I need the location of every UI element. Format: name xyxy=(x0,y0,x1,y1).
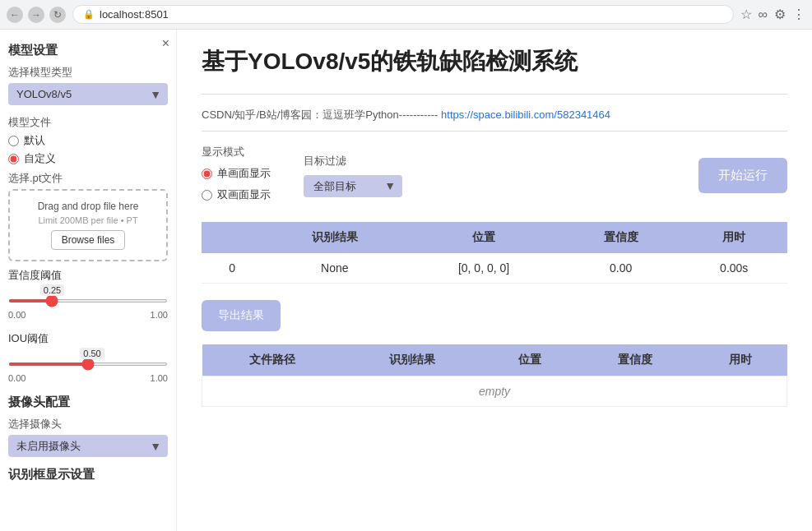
radio-single-label: 单画面显示 xyxy=(217,166,271,181)
radio-dual-input[interactable] xyxy=(202,190,212,201)
iou-slider[interactable] xyxy=(8,362,168,366)
browser-bar: ← → ↻ 🔒 localhost:8501 ☆ ∞ ⚙ ⋮ xyxy=(0,0,812,30)
address-bar[interactable]: 🔒 localhost:8501 xyxy=(72,5,734,24)
source-link-row: CSDN/知乎/B站/博客园：逗逗班学Python----------- htt… xyxy=(202,108,787,122)
display-mode-group: 显示模式 单画面显示 双画面显示 xyxy=(202,145,271,205)
browser-actions: ☆ ∞ ⚙ ⋮ xyxy=(740,7,805,22)
export-button[interactable]: 导出结果 xyxy=(202,300,281,331)
extension-icon[interactable]: ∞ xyxy=(759,7,768,22)
cell-index: 0 xyxy=(202,253,262,284)
camera-select[interactable]: 未启用摄像头 xyxy=(8,435,168,457)
divider-1 xyxy=(202,94,787,95)
confidence-label: 置信度阈值 xyxy=(8,268,168,283)
target-filter-select[interactable]: 全部目标 xyxy=(304,175,402,197)
controls-row: 显示模式 单画面显示 双画面显示 目标过滤 全部目标 ▼ xyxy=(202,145,787,205)
back-button[interactable]: ← xyxy=(7,7,23,23)
iou-label: IOU阈值 xyxy=(8,331,168,346)
detect-section-title: 识别框显示设置 xyxy=(8,467,168,483)
bottom-col-confidence: 置信度 xyxy=(577,344,694,376)
app-container: × 模型设置 选择模型类型 YOLOv8/v5 YOLOv9 YOLOv10 ▼… xyxy=(0,30,812,531)
camera-section-title: 摄像头配置 xyxy=(8,395,168,410)
refresh-button[interactable]: ↻ xyxy=(49,7,66,23)
bottom-col-result: 识别结果 xyxy=(342,344,483,376)
results-table: 识别结果 位置 置信度 用时 0 None [0, 0, 0, 0] 0.00 … xyxy=(202,222,787,284)
model-section-title: 模型设置 xyxy=(8,43,168,58)
model-type-wrapper: YOLOv8/v5 YOLOv9 YOLOv10 ▼ xyxy=(8,83,168,105)
col-header-index xyxy=(202,222,262,253)
main-content: 基于YOLOv8/v5的铁轨缺陷检测系统 CSDN/知乎/B站/博客园：逗逗班学… xyxy=(177,30,812,531)
confidence-slider-section: 置信度阈值 0.25 0.00 1.00 xyxy=(8,268,168,320)
confidence-value: 0.25 xyxy=(40,284,64,296)
browser-controls: ← → ↻ xyxy=(7,7,66,23)
lock-icon: 🔒 xyxy=(83,9,95,20)
radio-default-input[interactable] xyxy=(8,136,19,146)
cell-position: [0, 0, 0, 0] xyxy=(406,253,561,284)
confidence-max: 1.00 xyxy=(151,310,168,320)
forward-button[interactable]: → xyxy=(28,7,44,23)
camera-select-wrapper: 未启用摄像头 ▼ xyxy=(8,435,168,457)
run-button[interactable]: 开始运行 xyxy=(698,158,787,193)
iou-max: 1.00 xyxy=(151,373,168,383)
url-text: localhost:8501 xyxy=(100,8,169,21)
iou-slider-section: IOU阈值 0.50 0.00 1.00 xyxy=(8,331,168,383)
radio-custom-item[interactable]: 自定义 xyxy=(8,151,168,166)
bottom-table: 文件路径 识别结果 位置 置信度 用时 empty xyxy=(202,344,787,407)
radio-custom-input[interactable] xyxy=(8,154,19,164)
star-icon[interactable]: ☆ xyxy=(740,7,752,22)
target-filter-group: 目标过滤 全部目标 ▼ xyxy=(304,154,402,197)
model-type-label: 选择模型类型 xyxy=(8,65,168,80)
results-table-body: 0 None [0, 0, 0, 0] 0.00 0.00s xyxy=(202,253,787,284)
col-header-position: 位置 xyxy=(406,222,561,253)
col-header-time: 用时 xyxy=(680,222,787,253)
source-link[interactable]: https://space.bilibili.com/582341464 xyxy=(441,109,610,121)
radio-default-label: 默认 xyxy=(24,133,45,148)
drag-text: Drag and drop file here xyxy=(16,201,160,212)
bottom-col-position: 位置 xyxy=(483,344,577,376)
iou-value: 0.50 xyxy=(80,348,104,359)
iou-min: 0.00 xyxy=(8,373,26,383)
col-header-result: 识别结果 xyxy=(262,222,406,253)
model-file-label: 模型文件 xyxy=(8,115,168,130)
radio-dual-label: 双画面显示 xyxy=(217,187,271,202)
bottom-empty-row: empty xyxy=(202,376,787,407)
confidence-slider[interactable] xyxy=(8,299,168,302)
cell-time: 0.00s xyxy=(680,253,787,284)
settings-icon[interactable]: ⚙ xyxy=(774,7,786,22)
limit-text: Limit 200MB per file • PT xyxy=(16,215,160,225)
file-selector-label: 选择.pt文件 xyxy=(8,171,168,186)
iou-slider-container: 0.50 xyxy=(8,349,168,372)
bottom-col-filepath: 文件路径 xyxy=(202,344,343,376)
bottom-table-body: empty xyxy=(202,376,787,407)
model-file-radio-group: 默认 自定义 xyxy=(8,133,168,166)
radio-dual-item[interactable]: 双画面显示 xyxy=(202,187,271,202)
sidebar-close-button[interactable]: × xyxy=(162,36,169,51)
confidence-slider-container: 0.25 xyxy=(8,286,168,308)
bottom-header-row: 文件路径 识别结果 位置 置信度 用时 xyxy=(202,344,787,376)
radio-default-item[interactable]: 默认 xyxy=(8,133,168,148)
confidence-bounds: 0.00 1.00 xyxy=(8,310,168,320)
display-mode-label: 显示模式 xyxy=(202,145,271,159)
radio-single-input[interactable] xyxy=(202,169,212,179)
radio-custom-label: 自定义 xyxy=(24,151,56,166)
iou-bounds: 0.00 1.00 xyxy=(8,373,168,383)
target-select-wrapper: 全部目标 ▼ xyxy=(304,175,402,197)
bottom-empty-cell: empty xyxy=(202,376,787,407)
target-filter-label: 目标过滤 xyxy=(304,154,402,169)
browse-files-button[interactable]: Browse files xyxy=(51,230,126,250)
bottom-col-time: 用时 xyxy=(694,344,787,376)
sidebar: × 模型设置 选择模型类型 YOLOv8/v5 YOLOv9 YOLOv10 ▼… xyxy=(0,30,177,531)
cell-confidence: 0.00 xyxy=(561,253,681,284)
cell-result: None xyxy=(262,253,406,284)
radio-single-item[interactable]: 单画面显示 xyxy=(202,166,271,181)
bottom-table-head: 文件路径 识别结果 位置 置信度 用时 xyxy=(202,344,787,376)
page-title: 基于YOLOv8/v5的铁轨缺陷检测系统 xyxy=(202,46,787,77)
file-upload-area[interactable]: Drag and drop file here Limit 200MB per … xyxy=(8,189,168,261)
results-header-row: 识别结果 位置 置信度 用时 xyxy=(202,222,787,253)
table-row: 0 None [0, 0, 0, 0] 0.00 0.00s xyxy=(202,253,787,284)
model-type-select[interactable]: YOLOv8/v5 YOLOv9 YOLOv10 xyxy=(8,83,168,105)
confidence-min: 0.00 xyxy=(8,310,26,320)
results-table-head: 识别结果 位置 置信度 用时 xyxy=(202,222,787,253)
camera-label: 选择摄像头 xyxy=(8,417,168,432)
menu-icon[interactable]: ⋮ xyxy=(792,7,805,22)
divider-2 xyxy=(202,131,787,132)
